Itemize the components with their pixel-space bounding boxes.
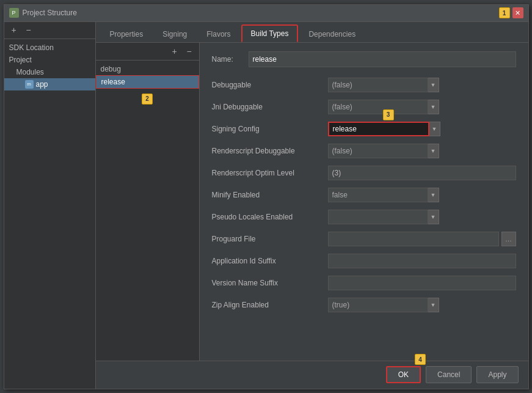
sidebar: + − SDK Location Project Modules m app xyxy=(4,22,96,389)
build-item-debug[interactable]: debug xyxy=(96,63,199,75)
minify-enabled-dropdown-button[interactable]: ▼ xyxy=(428,188,439,202)
debuggable-field: ▼ xyxy=(328,78,516,92)
tab-properties[interactable]: Properties xyxy=(101,26,153,42)
renderscript-optim-label: Renderscript Optim Level xyxy=(212,169,328,177)
apply-button[interactable]: Apply xyxy=(476,366,518,383)
signing-config-input[interactable] xyxy=(328,122,429,136)
sidebar-remove-button[interactable]: − xyxy=(23,24,35,36)
pseudo-locales-row: Pseudo Locales Enabled ▼ xyxy=(212,209,516,225)
zip-align-input[interactable] xyxy=(328,298,428,312)
minify-enabled-label: Minify Enabled xyxy=(212,191,328,199)
minify-enabled-field: ▼ xyxy=(328,188,516,202)
signing-config-row: Signing Config ▼ 3 xyxy=(212,121,516,137)
proguard-file-row: Proguard File … xyxy=(212,231,516,247)
proguard-file-input[interactable] xyxy=(328,232,499,246)
zip-align-row: Zip Align Enabled ▼ xyxy=(212,297,516,313)
minify-enabled-row: Minify Enabled ▼ xyxy=(212,187,516,203)
module-icon: m xyxy=(25,80,34,89)
step-badge-1: 1 xyxy=(499,7,510,18)
renderscript-debuggable-label: Renderscript Debuggable xyxy=(212,147,328,155)
version-name-suffix-label: Version Name Suffix xyxy=(212,279,328,287)
step-badge-3: 3 xyxy=(383,109,394,120)
jni-debuggable-label: Jni Debuggable xyxy=(212,103,328,111)
ok-button[interactable]: OK xyxy=(386,366,421,383)
pseudo-locales-label: Pseudo Locales Enabled xyxy=(212,213,328,221)
jni-debuggable-row: Jni Debuggable ▼ xyxy=(212,99,516,115)
signing-config-label: Signing Config xyxy=(212,125,328,133)
tabs-bar: Properties Signing Flavors Build Types D… xyxy=(96,22,528,43)
renderscript-optim-input[interactable] xyxy=(328,166,516,180)
pseudo-locales-field: ▼ xyxy=(328,210,516,224)
ok-btn-wrapper: OK 4 xyxy=(386,366,421,383)
content-area: + − SDK Location Project Modules m app xyxy=(4,22,528,389)
sidebar-item-project[interactable]: Project xyxy=(4,54,95,66)
proguard-file-label: Proguard File xyxy=(212,235,328,243)
sidebar-item-app[interactable]: m app xyxy=(4,78,95,90)
main-window: P Project Structure 1 ✕ + − SDK Location… xyxy=(4,4,529,389)
build-list: debug release xyxy=(96,61,199,91)
renderscript-optim-field xyxy=(328,166,516,180)
proguard-browse-button[interactable]: … xyxy=(501,232,516,246)
jni-debuggable-dropdown-button[interactable]: ▼ xyxy=(428,100,439,114)
title-bar: P Project Structure 1 ✕ xyxy=(4,5,528,22)
renderscript-debuggable-dropdown-button[interactable]: ▼ xyxy=(428,144,439,158)
name-label: Name: xyxy=(212,55,249,64)
jni-debuggable-input[interactable] xyxy=(328,100,428,114)
debuggable-input[interactable] xyxy=(328,78,428,92)
jni-debuggable-field: ▼ xyxy=(328,100,516,114)
version-name-suffix-field xyxy=(328,276,516,290)
sidebar-item-modules[interactable]: Modules xyxy=(4,66,95,78)
step-badge-4: 4 xyxy=(415,354,426,365)
tab-signing[interactable]: Signing xyxy=(153,26,196,42)
tab-dependencies[interactable]: Dependencies xyxy=(299,26,365,42)
signing-config-field: ▼ 3 xyxy=(328,122,516,136)
build-list-add-button[interactable]: + xyxy=(169,45,181,57)
debuggable-label: Debuggable xyxy=(212,81,328,89)
debuggable-row: Debuggable ▼ xyxy=(212,77,516,93)
proguard-file-field: … xyxy=(328,232,516,246)
pseudo-locales-input[interactable] xyxy=(328,210,428,224)
sidebar-items: SDK Location Project Modules m app xyxy=(4,39,95,389)
debuggable-dropdown-button[interactable]: ▼ xyxy=(428,78,439,92)
build-item-release[interactable]: release xyxy=(96,75,199,89)
renderscript-optim-row: Renderscript Optim Level xyxy=(212,165,516,181)
title-bar-left: P Project Structure xyxy=(9,8,77,18)
renderscript-debuggable-field: ▼ xyxy=(328,144,516,158)
zip-align-field: ▼ xyxy=(328,298,516,312)
sidebar-item-sdk-location[interactable]: SDK Location xyxy=(4,42,95,54)
version-name-suffix-row: Version Name Suffix xyxy=(212,275,516,291)
form-area: Name: Debuggable ▼ Jni Debuggable xyxy=(200,43,528,361)
renderscript-debuggable-row: Renderscript Debuggable ▼ xyxy=(212,143,516,159)
cancel-button[interactable]: Cancel xyxy=(426,366,472,383)
bottom-bar: OK 4 Cancel Apply xyxy=(96,361,528,389)
sidebar-toolbar: + − xyxy=(4,22,95,39)
version-name-suffix-input[interactable] xyxy=(328,276,516,290)
step-badge-2: 2 xyxy=(142,94,153,105)
tab-flavors[interactable]: Flavors xyxy=(197,26,239,42)
main-panel: Properties Signing Flavors Build Types D… xyxy=(96,22,528,389)
close-button[interactable]: ✕ xyxy=(512,7,523,18)
build-list-panel: + − debug release 2 xyxy=(96,43,200,361)
zip-align-dropdown-button[interactable]: ▼ xyxy=(428,298,439,312)
minify-enabled-input[interactable] xyxy=(328,188,428,202)
pseudo-locales-dropdown-button[interactable]: ▼ xyxy=(428,210,439,224)
app-id-suffix-input[interactable] xyxy=(328,254,516,268)
app-id-suffix-label: Application Id Suffix xyxy=(212,257,328,265)
app-id-suffix-row: Application Id Suffix xyxy=(212,253,516,269)
window-title: Project Structure xyxy=(23,9,77,17)
signing-config-dropdown-button[interactable]: ▼ xyxy=(429,122,440,136)
zip-align-label: Zip Align Enabled xyxy=(212,301,328,309)
sidebar-add-button[interactable]: + xyxy=(8,24,20,36)
name-input[interactable] xyxy=(249,51,516,67)
name-row: Name: xyxy=(212,51,516,67)
build-list-remove-button[interactable]: − xyxy=(183,45,195,57)
renderscript-debuggable-input[interactable] xyxy=(328,144,428,158)
app-icon: P xyxy=(9,8,19,18)
app-id-suffix-field xyxy=(328,254,516,268)
tab-build-types[interactable]: Build Types xyxy=(241,24,299,42)
